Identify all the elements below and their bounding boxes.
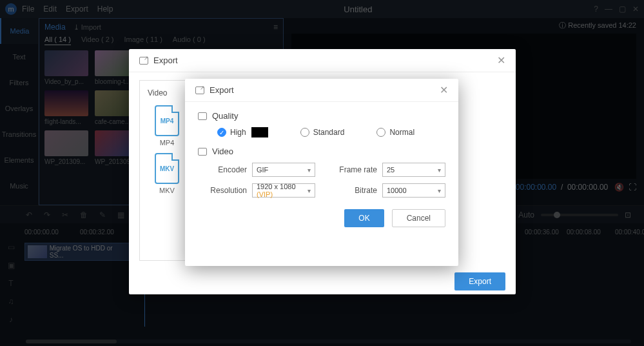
export-button[interactable]: Export xyxy=(454,272,505,290)
framerate-select[interactable]: 25▾ xyxy=(382,163,445,177)
format-mkv[interactable]: MKV MKV xyxy=(148,153,186,194)
radio-icon xyxy=(300,128,309,137)
export-settings-dialog: Export ✕ Quality High Standard Normal Vi… xyxy=(185,79,458,266)
resolution-select[interactable]: 1920 x 1080 (VIP)▾ xyxy=(252,183,315,198)
quality-standard[interactable]: Standard xyxy=(300,128,345,137)
redaction-box xyxy=(251,127,268,137)
chevron-down-icon: ▾ xyxy=(438,167,441,174)
settings-title: Export xyxy=(210,85,234,95)
dialog-title: Export xyxy=(153,56,178,65)
radio-icon xyxy=(376,128,385,137)
video-heading: Video xyxy=(212,147,233,156)
dialog-close-icon[interactable]: ✕ xyxy=(497,54,505,66)
framerate-label: Frame rate xyxy=(339,165,377,174)
quality-high[interactable]: High xyxy=(217,127,268,137)
export-icon xyxy=(195,86,204,94)
settings-close-icon[interactable]: ✕ xyxy=(440,84,448,96)
chevron-down-icon: ▾ xyxy=(307,167,311,174)
format-mp4[interactable]: MP4 MP4 xyxy=(148,105,186,147)
chevron-down-icon: ▾ xyxy=(307,187,311,194)
quality-normal[interactable]: Normal xyxy=(376,128,415,137)
quality-icon xyxy=(198,112,207,120)
bitrate-label: Bitrate xyxy=(355,186,377,195)
radio-checked-icon xyxy=(217,128,226,137)
ok-button[interactable]: OK xyxy=(344,209,384,227)
chevron-down-icon: ▾ xyxy=(438,187,441,194)
quality-heading: Quality xyxy=(212,111,238,121)
video-icon xyxy=(198,148,207,156)
bitrate-select[interactable]: 10000▾ xyxy=(382,183,445,198)
cancel-button[interactable]: Cancel xyxy=(392,209,445,227)
resolution-label: Resolution xyxy=(210,186,247,195)
encoder-select[interactable]: GIF▾ xyxy=(252,163,315,177)
encoder-label: Encoder xyxy=(218,165,247,174)
export-icon xyxy=(139,57,148,65)
